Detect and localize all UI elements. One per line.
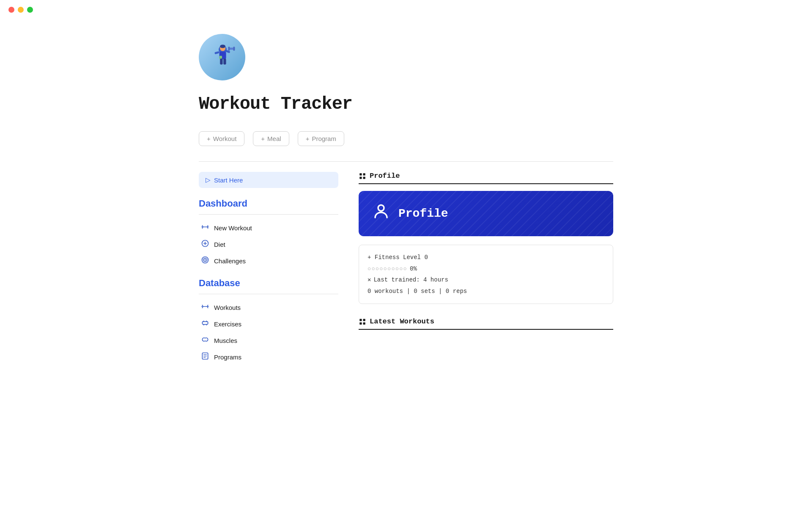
hero-icon	[199, 34, 245, 80]
profile-card-label: Profile	[398, 207, 448, 220]
svg-rect-10	[220, 58, 222, 64]
challenges-icon	[200, 256, 210, 266]
sidebar: ▷ Start Here Dashboard New Workout	[199, 172, 338, 365]
svg-rect-26	[363, 322, 365, 324]
svg-rect-24	[363, 319, 365, 321]
database-title: Database	[199, 278, 338, 289]
titlebar	[0, 0, 41, 19]
sidebar-item-new-workout[interactable]: New Workout	[199, 220, 338, 236]
sidebar-item-challenges[interactable]: Challenges	[199, 253, 338, 269]
sidebar-item-diet[interactable]: Diet	[199, 236, 338, 253]
profile-card-icon	[372, 203, 390, 224]
quick-actions: + Workout + Meal + Program	[199, 131, 613, 146]
dashboard-divider	[199, 214, 338, 215]
close-button[interactable]	[8, 7, 14, 13]
database-divider	[199, 294, 338, 294]
grid-icon-2	[359, 318, 366, 326]
programs-icon	[200, 352, 210, 362]
sidebar-item-muscles[interactable]: Muscles	[199, 332, 338, 349]
svg-rect-18	[359, 173, 362, 175]
page-container: Workout Tracker + Workout + Meal + Progr…	[173, 0, 639, 391]
workouts-db-icon	[200, 302, 210, 313]
new-workout-icon	[200, 223, 210, 233]
progress-row: ○○○○○○○○○○ 0%	[368, 263, 604, 275]
latest-workouts-header: Latest Workouts	[359, 318, 613, 330]
plus-icon: +	[207, 135, 211, 142]
plus-icon: +	[261, 135, 265, 142]
page-title: Workout Tracker	[199, 94, 613, 114]
svg-rect-8	[228, 47, 230, 51]
profile-section-header: Profile	[359, 172, 613, 184]
svg-point-2	[220, 44, 225, 48]
play-icon: ▷	[206, 176, 211, 184]
svg-rect-19	[363, 173, 365, 175]
last-trained-row: ✕ Last trained: 4 hours	[368, 274, 604, 286]
sidebar-item-programs[interactable]: Programs	[199, 349, 338, 365]
svg-rect-9	[233, 47, 235, 51]
exercises-icon	[200, 319, 210, 329]
minimize-button[interactable]	[18, 7, 24, 13]
svg-rect-23	[359, 319, 362, 321]
svg-rect-21	[363, 177, 365, 179]
grid-icon	[359, 172, 366, 180]
svg-rect-5	[214, 51, 219, 55]
plus-icon: +	[306, 135, 310, 142]
muscles-icon	[200, 335, 210, 346]
sidebar-item-exercises[interactable]: Exercises	[199, 316, 338, 332]
svg-point-15	[204, 259, 206, 260]
dashboard-title: Dashboard	[199, 198, 338, 209]
svg-rect-11	[223, 58, 226, 64]
right-column: Profile Profile + Fitness Level 0 ○	[359, 172, 613, 365]
svg-rect-20	[359, 177, 362, 179]
fitness-level-row: + Fitness Level 0	[368, 252, 604, 263]
add-meal-button[interactable]: + Meal	[253, 131, 289, 146]
main-layout: ▷ Start Here Dashboard New Workout	[199, 172, 613, 365]
maximize-button[interactable]	[27, 7, 33, 13]
sidebar-item-workouts[interactable]: Workouts	[199, 299, 338, 316]
profile-card[interactable]: Profile	[359, 191, 613, 236]
svg-point-22	[378, 205, 384, 211]
start-here-button[interactable]: ▷ Start Here	[199, 172, 338, 188]
workout-stats-row: 0 workouts | 0 sets | 0 reps	[368, 286, 604, 297]
profile-stats: + Fitness Level 0 ○○○○○○○○○○ 0% ✕ Last t…	[359, 245, 613, 304]
svg-rect-25	[359, 322, 362, 324]
diet-icon	[200, 239, 210, 250]
add-program-button[interactable]: + Program	[298, 131, 344, 146]
add-workout-button[interactable]: + Workout	[199, 131, 244, 146]
svg-rect-16	[202, 322, 208, 325]
main-divider	[199, 161, 613, 162]
